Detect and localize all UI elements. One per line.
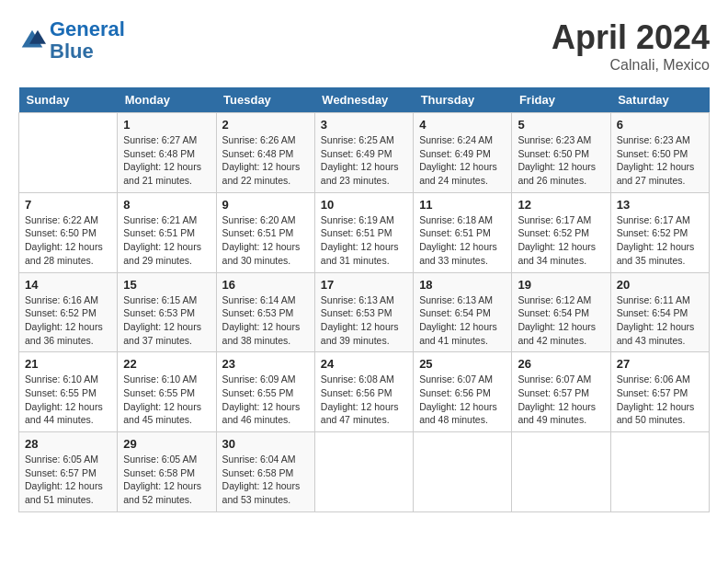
calendar-cell: 17Sunrise: 6:13 AM Sunset: 6:53 PM Dayli… [314,272,413,352]
calendar-cell: 26Sunrise: 6:07 AM Sunset: 6:57 PM Dayli… [512,352,610,432]
calendar-week-5: 28Sunrise: 6:05 AM Sunset: 6:57 PM Dayli… [19,432,710,512]
day-info: Sunrise: 6:27 AM Sunset: 6:48 PM Dayligh… [123,133,210,188]
day-number: 6 [617,118,703,132]
day-info: Sunrise: 6:13 AM Sunset: 6:54 PM Dayligh… [419,293,506,348]
day-info: Sunrise: 6:17 AM Sunset: 6:52 PM Dayligh… [617,213,703,268]
day-number: 29 [123,437,210,451]
calendar-cell: 16Sunrise: 6:14 AM Sunset: 6:53 PM Dayli… [216,272,314,352]
day-number: 28 [25,437,111,451]
day-number: 22 [123,357,210,371]
day-header-thursday: Thursday [414,87,512,113]
day-number: 17 [321,278,407,292]
calendar-week-1: 1Sunrise: 6:27 AM Sunset: 6:48 PM Daylig… [19,113,710,193]
calendar-cell: 20Sunrise: 6:11 AM Sunset: 6:54 PM Dayli… [610,272,709,352]
day-info: Sunrise: 6:09 AM Sunset: 6:55 PM Dayligh… [222,373,309,427]
day-number: 8 [123,198,210,212]
calendar-cell: 2Sunrise: 6:26 AM Sunset: 6:48 PM Daylig… [216,113,314,193]
day-header-friday: Friday [512,87,610,113]
logo-line1: General [50,17,125,40]
calendar-cell: 21Sunrise: 6:10 AM Sunset: 6:55 PM Dayli… [19,352,118,432]
day-number: 1 [123,118,210,132]
title-block: April 2024 Calnali, Mexico [552,18,710,74]
day-number: 15 [123,278,210,292]
day-header-monday: Monday [118,87,216,113]
day-info: Sunrise: 6:04 AM Sunset: 6:58 PM Dayligh… [222,453,309,507]
calendar-cell: 14Sunrise: 6:16 AM Sunset: 6:52 PM Dayli… [19,272,118,352]
calendar-cell: 28Sunrise: 6:05 AM Sunset: 6:57 PM Dayli… [19,432,118,512]
day-number: 10 [321,198,407,212]
calendar-cell: 10Sunrise: 6:19 AM Sunset: 6:51 PM Dayli… [314,192,413,272]
calendar-cell: 11Sunrise: 6:18 AM Sunset: 6:51 PM Dayli… [414,192,512,272]
day-header-sunday: Sunday [19,87,118,113]
day-number: 23 [222,357,309,371]
calendar-cell: 6Sunrise: 6:23 AM Sunset: 6:50 PM Daylig… [610,113,709,193]
calendar-header-row: SundayMondayTuesdayWednesdayThursdayFrid… [19,87,710,113]
page-header: General Blue April 2024 Calnali, Mexico [18,18,710,74]
day-number: 25 [419,357,506,371]
calendar-cell: 9Sunrise: 6:20 AM Sunset: 6:51 PM Daylig… [216,192,314,272]
day-info: Sunrise: 6:07 AM Sunset: 6:57 PM Dayligh… [518,373,604,427]
day-number: 16 [222,278,309,292]
calendar-cell [314,432,413,512]
day-number: 14 [25,278,111,292]
calendar-cell: 23Sunrise: 6:09 AM Sunset: 6:55 PM Dayli… [216,352,314,432]
calendar-cell: 12Sunrise: 6:17 AM Sunset: 6:52 PM Dayli… [512,192,610,272]
day-info: Sunrise: 6:25 AM Sunset: 6:49 PM Dayligh… [321,133,407,188]
day-header-saturday: Saturday [610,87,709,113]
calendar-cell: 7Sunrise: 6:22 AM Sunset: 6:50 PM Daylig… [19,192,118,272]
day-info: Sunrise: 6:08 AM Sunset: 6:56 PM Dayligh… [321,373,407,427]
location: Calnali, Mexico [552,57,710,74]
logo-icon [18,27,46,54]
day-number: 12 [518,198,604,212]
day-info: Sunrise: 6:07 AM Sunset: 6:56 PM Dayligh… [419,373,506,427]
day-number: 11 [419,198,506,212]
day-number: 13 [617,198,703,212]
calendar-week-2: 7Sunrise: 6:22 AM Sunset: 6:50 PM Daylig… [19,192,710,272]
day-info: Sunrise: 6:15 AM Sunset: 6:53 PM Dayligh… [123,293,210,348]
calendar-week-3: 14Sunrise: 6:16 AM Sunset: 6:52 PM Dayli… [19,272,710,352]
day-info: Sunrise: 6:21 AM Sunset: 6:51 PM Dayligh… [123,213,210,268]
day-info: Sunrise: 6:05 AM Sunset: 6:58 PM Dayligh… [123,453,210,507]
calendar-cell [610,432,709,512]
day-number: 3 [321,118,407,132]
calendar-cell: 25Sunrise: 6:07 AM Sunset: 6:56 PM Dayli… [414,352,512,432]
day-number: 26 [518,357,604,371]
day-number: 4 [419,118,506,132]
calendar-cell: 5Sunrise: 6:23 AM Sunset: 6:50 PM Daylig… [512,113,610,193]
month-title: April 2024 [552,18,710,57]
day-number: 20 [617,278,703,292]
day-number: 7 [25,198,111,212]
calendar-cell [414,432,512,512]
day-info: Sunrise: 6:23 AM Sunset: 6:50 PM Dayligh… [617,133,703,188]
day-number: 18 [419,278,506,292]
day-info: Sunrise: 6:19 AM Sunset: 6:51 PM Dayligh… [321,213,407,268]
day-info: Sunrise: 6:06 AM Sunset: 6:57 PM Dayligh… [617,373,703,427]
day-info: Sunrise: 6:05 AM Sunset: 6:57 PM Dayligh… [25,453,111,507]
day-number: 24 [321,357,407,371]
calendar-cell: 4Sunrise: 6:24 AM Sunset: 6:49 PM Daylig… [414,113,512,193]
day-info: Sunrise: 6:18 AM Sunset: 6:51 PM Dayligh… [419,213,506,268]
calendar-cell: 13Sunrise: 6:17 AM Sunset: 6:52 PM Dayli… [610,192,709,272]
day-number: 5 [518,118,604,132]
day-info: Sunrise: 6:10 AM Sunset: 6:55 PM Dayligh… [25,373,111,427]
calendar-cell: 18Sunrise: 6:13 AM Sunset: 6:54 PM Dayli… [414,272,512,352]
calendar-cell: 8Sunrise: 6:21 AM Sunset: 6:51 PM Daylig… [118,192,216,272]
day-info: Sunrise: 6:11 AM Sunset: 6:54 PM Dayligh… [617,293,703,348]
day-info: Sunrise: 6:10 AM Sunset: 6:55 PM Dayligh… [123,373,210,427]
calendar-cell: 3Sunrise: 6:25 AM Sunset: 6:49 PM Daylig… [314,113,413,193]
day-info: Sunrise: 6:24 AM Sunset: 6:49 PM Dayligh… [419,133,506,188]
logo: General Blue [18,18,125,63]
day-info: Sunrise: 6:26 AM Sunset: 6:48 PM Dayligh… [222,133,309,188]
logo-text: General Blue [50,18,125,63]
day-number: 2 [222,118,309,132]
calendar-cell: 27Sunrise: 6:06 AM Sunset: 6:57 PM Dayli… [610,352,709,432]
day-number: 30 [222,437,309,451]
calendar-table: SundayMondayTuesdayWednesdayThursdayFrid… [18,87,710,512]
day-header-tuesday: Tuesday [216,87,314,113]
day-info: Sunrise: 6:13 AM Sunset: 6:53 PM Dayligh… [321,293,407,348]
day-number: 27 [617,357,703,371]
day-info: Sunrise: 6:12 AM Sunset: 6:54 PM Dayligh… [518,293,604,348]
day-number: 19 [518,278,604,292]
logo-line2: Blue [50,40,94,63]
calendar-cell: 30Sunrise: 6:04 AM Sunset: 6:58 PM Dayli… [216,432,314,512]
